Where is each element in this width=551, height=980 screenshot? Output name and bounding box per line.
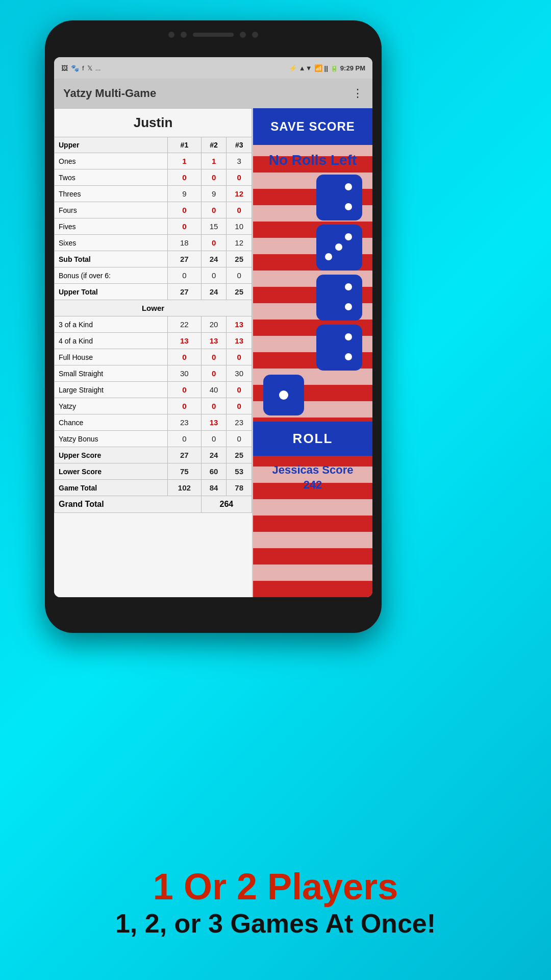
- row-label: Upper Score: [55, 447, 168, 463]
- lower-label: Lower: [55, 300, 252, 316]
- upper-section: Ones 1 1 3 Twos 0 0 0 Threes 9 9 12 Four…: [55, 153, 252, 300]
- row-v1: 30: [168, 365, 202, 382]
- row-v2: 0: [201, 267, 227, 284]
- upper-row-8: Upper Total 27 24 25: [55, 284, 252, 300]
- row-v1: 0: [168, 398, 202, 414]
- camera-dot-2: [181, 32, 187, 38]
- row-v2: 40: [201, 382, 227, 398]
- bottom-subtitle: 1, 2, or 3 Games At Once!: [0, 908, 551, 939]
- row-v2: 0: [201, 235, 227, 251]
- menu-button[interactable]: ⋮: [352, 87, 363, 100]
- camera-dot-4: [252, 32, 258, 38]
- row-v1: 9: [168, 186, 202, 202]
- status-bar: 🖼 🐾 f 𝕏 ... ⚡ ▲▼ 📶 || 🔋 9:29 PM: [54, 57, 372, 79]
- save-score-button[interactable]: SAVE SCORE: [253, 108, 372, 145]
- status-right-icons: ⚡ ▲▼ 📶 || 🔋 9:29 PM: [289, 64, 365, 72]
- right-panel: SAVE SCORE No Rolls Left: [253, 108, 372, 597]
- die-5[interactable]: [263, 375, 304, 415]
- row-label: Yatzy: [55, 398, 168, 414]
- grand-total-row: Grand Total 264: [55, 496, 252, 513]
- lower-row-1: 4 of a Kind 13 13 13: [55, 333, 252, 349]
- bottom-text-area: 1 Or 2 Players 1, 2, or 3 Games At Once!: [0, 867, 551, 939]
- row-label: Game Total: [55, 480, 168, 496]
- row-label: Sixes: [55, 235, 168, 251]
- signal-icon: ||: [324, 64, 328, 72]
- row-v2: 13: [201, 414, 227, 431]
- dice-row-4: [259, 325, 366, 371]
- row-v1: 0: [168, 382, 202, 398]
- row-v1: 18: [168, 235, 202, 251]
- row-v1: 75: [168, 463, 202, 480]
- data-icon: ▲▼: [299, 64, 312, 72]
- jessicas-score: Jessicas Score 242: [268, 456, 357, 494]
- row-label: Twos: [55, 169, 168, 186]
- row-label: Small Straight: [55, 365, 168, 382]
- row-v1: 0: [168, 349, 202, 365]
- row-v1: 27: [168, 284, 202, 300]
- wifi-icon: 📶: [314, 64, 322, 72]
- dice-row-5: [259, 375, 366, 415]
- row-v2: 84: [201, 480, 227, 496]
- battery-icon: 🔋: [330, 64, 338, 72]
- row-v2: 13: [201, 333, 227, 349]
- grand-total-label: Grand Total: [55, 496, 202, 513]
- upper-row-7: Bonus (if over 6: 0 0 0: [55, 267, 252, 284]
- row-v3: 25: [227, 284, 252, 300]
- row-label: 4 of a Kind: [55, 333, 168, 349]
- upper-row-3: Fours 0 0 0: [55, 202, 252, 218]
- row-v2: 15: [201, 218, 227, 235]
- row-v2: 24: [201, 447, 227, 463]
- lower-row-5: Yatzy 0 0 0: [55, 398, 252, 414]
- phone-frame: 🖼 🐾 f 𝕏 ... ⚡ ▲▼ 📶 || 🔋 9:29 PM Yatzy Mu…: [45, 20, 382, 633]
- row-label: Upper Total: [55, 284, 168, 300]
- dice-container: [253, 172, 372, 419]
- row-v2: 0: [201, 365, 227, 382]
- status-icon-paw: 🐾: [71, 64, 79, 72]
- row-v3: 0: [227, 398, 252, 414]
- lower-row-4: Large Straight 0 40 0: [55, 382, 252, 398]
- row-v2: 60: [201, 463, 227, 480]
- lower-row-6: Chance 23 13 23: [55, 414, 252, 431]
- lower-row-9: Lower Score 75 60 53: [55, 463, 252, 480]
- row-label: Threes: [55, 186, 168, 202]
- player-name-row: Justin: [55, 109, 252, 137]
- row-v2: 0: [201, 169, 227, 186]
- die-1[interactable]: [316, 175, 362, 220]
- row-v1: 0: [168, 202, 202, 218]
- row-v3: 25: [227, 447, 252, 463]
- dice-row-1: [259, 175, 366, 220]
- no-rolls-text: No Rolls Left: [265, 145, 361, 172]
- score-panel[interactable]: Justin Upper #1 #2 #3 Ones 1 1 3 Twos 0 …: [54, 108, 253, 597]
- row-v2: 0: [201, 431, 227, 447]
- row-v1: 27: [168, 447, 202, 463]
- app-title: Yatzy Multi-Game: [63, 87, 156, 100]
- row-v1: 27: [168, 251, 202, 267]
- jessicas-score-label: Jessicas Score: [272, 463, 353, 476]
- lower-row-7: Yatzy Bonus 0 0 0: [55, 431, 252, 447]
- die-3[interactable]: [316, 275, 362, 321]
- status-icon-facebook: f: [82, 64, 84, 72]
- row-v2: 0: [201, 202, 227, 218]
- row-v3: 12: [227, 235, 252, 251]
- row-label: Yatzy Bonus: [55, 431, 168, 447]
- roll-button[interactable]: ROLL: [253, 422, 372, 456]
- row-v1: 13: [168, 333, 202, 349]
- die-4[interactable]: [316, 325, 362, 371]
- row-v1: 22: [168, 316, 202, 333]
- row-v3: 0: [227, 169, 252, 186]
- die-2[interactable]: [316, 225, 362, 271]
- status-icon-photo: 🖼: [61, 64, 68, 72]
- main-content: Justin Upper #1 #2 #3 Ones 1 1 3 Twos 0 …: [54, 108, 372, 597]
- row-v3: 10: [227, 218, 252, 235]
- row-v3: 0: [227, 431, 252, 447]
- row-v1: 23: [168, 414, 202, 431]
- row-v3: 12: [227, 186, 252, 202]
- status-icon-more: ...: [95, 64, 101, 72]
- row-v3: 25: [227, 251, 252, 267]
- row-v3: 0: [227, 202, 252, 218]
- row-label: Fives: [55, 218, 168, 235]
- player-name: Justin: [55, 109, 252, 137]
- row-v3: 78: [227, 480, 252, 496]
- score-table: Justin Upper #1 #2 #3 Ones 1 1 3 Twos 0 …: [54, 108, 252, 513]
- row-label: Bonus (if over 6:: [55, 267, 168, 284]
